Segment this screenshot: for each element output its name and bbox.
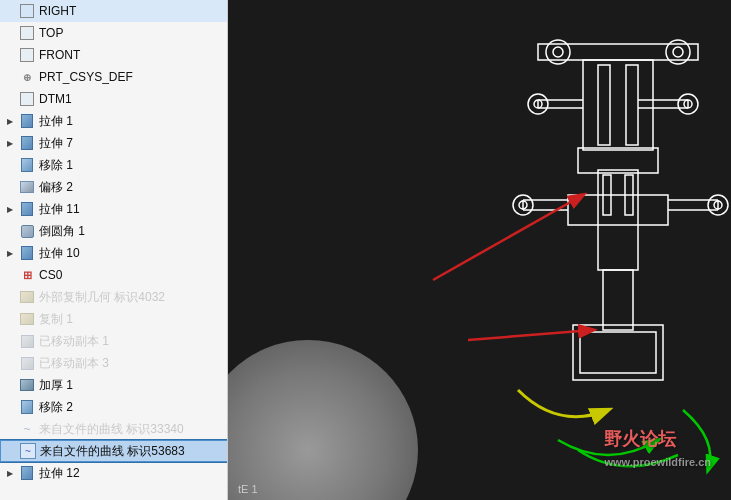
tree-label-stretch10: 拉伸 10: [39, 245, 228, 262]
svg-rect-35: [580, 332, 656, 373]
expand-arrow-stretch10[interactable]: ▶: [4, 247, 16, 259]
watermark-url: www.proewildfire.cn: [604, 455, 711, 470]
icon-moved-moved_copy1: [18, 332, 36, 350]
icon-copy-copy_geom4032: [18, 288, 36, 306]
tree-label-stretch12: 拉伸 12: [39, 465, 228, 482]
tree-label-stretch1: 拉伸 1: [39, 113, 228, 130]
model-tree-panel[interactable]: RIGHTTOPFRONT⊕PRT_CSYS_DEFDTM1▶拉伸 1▶拉伸 7…: [0, 0, 228, 500]
icon-remove-remove1: [18, 156, 36, 174]
expand-arrow-cs0[interactable]: [4, 269, 16, 281]
expand-arrow-thicken1[interactable]: [4, 379, 16, 391]
icon-plane-right: [18, 2, 36, 20]
svg-point-1: [553, 47, 563, 57]
svg-rect-4: [538, 44, 698, 60]
icon-stretch-stretch12: [18, 464, 36, 482]
tree-item-dtm1[interactable]: DTM1: [0, 88, 228, 110]
expand-arrow-right[interactable]: [4, 5, 16, 17]
svg-rect-33: [603, 270, 633, 330]
svg-line-40: [433, 195, 583, 280]
tree-label-remove1: 移除 1: [39, 157, 228, 174]
tree-item-copy1[interactable]: 复制 1: [0, 308, 228, 330]
tree-label-chamfer1: 倒圆角 1: [39, 223, 228, 240]
tree-label-remove2: 移除 2: [39, 399, 228, 416]
tree-label-stretch7: 拉伸 7: [39, 135, 228, 152]
expand-arrow-stretch12[interactable]: ▶: [4, 467, 16, 479]
tree-label-offset2: 偏移 2: [39, 179, 228, 196]
tree-label-copy1: 复制 1: [39, 311, 228, 328]
expand-arrow-copy1[interactable]: [4, 313, 16, 325]
tree-label-cs0: CS0: [39, 268, 228, 282]
icon-copy-copy1: [18, 310, 36, 328]
tree-item-stretch11[interactable]: ▶拉伸 11: [0, 198, 228, 220]
tree-item-moved_copy1[interactable]: 已移动副本 1: [0, 330, 228, 352]
svg-rect-6: [598, 65, 610, 145]
watermark: 野火论坛 www.proewildfire.cn: [604, 427, 711, 470]
expand-arrow-offset2[interactable]: [4, 181, 16, 193]
icon-plane-dtm1: [18, 90, 36, 108]
tree-item-curve53683[interactable]: ~来自文件的曲线 标识53683: [0, 440, 228, 462]
tree-item-stretch12[interactable]: ▶拉伸 12: [0, 462, 228, 484]
tree-label-curve33340: 来自文件的曲线 标识33340: [39, 421, 228, 438]
expand-arrow-chamfer1[interactable]: [4, 225, 16, 237]
expand-arrow-front[interactable]: [4, 49, 16, 61]
tree-item-stretch1[interactable]: ▶拉伸 1: [0, 110, 228, 132]
tree-label-top: TOP: [39, 26, 228, 40]
expand-arrow-top[interactable]: [4, 27, 16, 39]
tree-item-moved_copy3[interactable]: 已移动副本 3: [0, 352, 228, 374]
annotation-arrows: [433, 195, 593, 340]
tree-item-remove2[interactable]: 移除 2: [0, 396, 228, 418]
expand-arrow-remove2[interactable]: [4, 401, 16, 413]
tree-label-moved_copy3: 已移动副本 3: [39, 355, 228, 372]
icon-plane-top: [18, 24, 36, 42]
tree-item-front[interactable]: FRONT: [0, 44, 228, 66]
tree-label-prt_csys_def: PRT_CSYS_DEF: [39, 70, 228, 84]
icon-remove-remove2: [18, 398, 36, 416]
icon-chamfer-chamfer1: [18, 222, 36, 240]
expand-arrow-stretch11[interactable]: ▶: [4, 203, 16, 215]
expand-arrow-remove1[interactable]: [4, 159, 16, 171]
tree-label-moved_copy1: 已移动副本 1: [39, 333, 228, 350]
tree-label-stretch11: 拉伸 11: [39, 201, 228, 218]
tree-item-curve33340[interactable]: ~来自文件的曲线 标识33340: [0, 418, 228, 440]
icon-curve-sel-curve53683: ~: [19, 442, 37, 460]
expand-arrow-dtm1[interactable]: [4, 93, 16, 105]
tree-item-prt_csys_def[interactable]: ⊕PRT_CSYS_DEF: [0, 66, 228, 88]
svg-rect-22: [568, 195, 668, 225]
icon-moved-moved_copy3: [18, 354, 36, 372]
tree-label-copy_geom4032: 外部复制几何 标识4032: [39, 289, 228, 306]
tree-item-copy_geom4032[interactable]: 外部复制几何 标识4032: [0, 286, 228, 308]
expand-arrow-curve53683[interactable]: [5, 445, 17, 457]
expand-arrow-moved_copy1[interactable]: [4, 335, 16, 347]
expand-arrow-curve33340[interactable]: [4, 423, 16, 435]
icon-stretch-stretch10: [18, 244, 36, 262]
tree-item-remove1[interactable]: 移除 1: [0, 154, 228, 176]
tree-item-top[interactable]: TOP: [0, 22, 228, 44]
tree-item-chamfer1[interactable]: 倒圆角 1: [0, 220, 228, 242]
expand-arrow-prt_csys_def[interactable]: [4, 71, 16, 83]
tree-item-cs0[interactable]: ⊞CS0: [0, 264, 228, 286]
icon-plane-front: [18, 46, 36, 64]
expand-arrow-stretch7[interactable]: ▶: [4, 137, 16, 149]
tree-item-thicken1[interactable]: 加厚 1: [0, 374, 228, 396]
svg-rect-7: [626, 65, 638, 145]
icon-stretch-stretch1: [18, 112, 36, 130]
icon-cs-cs0: ⊞: [18, 266, 36, 284]
icon-stretch-stretch7: [18, 134, 36, 152]
tree-label-thicken1: 加厚 1: [39, 377, 228, 394]
expand-arrow-copy_geom4032[interactable]: [4, 291, 16, 303]
icon-csys-prt_csys_def: ⊕: [18, 68, 36, 86]
expand-arrow-stretch1[interactable]: ▶: [4, 115, 16, 127]
tree-label-curve53683: 来自文件的曲线 标识53683: [40, 443, 227, 460]
tree-item-right[interactable]: RIGHT: [0, 0, 228, 22]
expand-arrow-moved_copy3[interactable]: [4, 357, 16, 369]
svg-rect-19: [598, 170, 638, 270]
tree-label-right: RIGHT: [39, 4, 228, 18]
tree-label-front: FRONT: [39, 48, 228, 62]
tree-item-stretch10[interactable]: ▶拉伸 10: [0, 242, 228, 264]
tree-item-offset2[interactable]: 偏移 2: [0, 176, 228, 198]
icon-offset-offset2: [18, 178, 36, 196]
cad-viewport[interactable]: 野火论坛 www.proewildfire.cn tE 1: [228, 0, 731, 500]
tree-item-stretch7[interactable]: ▶拉伸 7: [0, 132, 228, 154]
bottom-status-label: tE 1: [238, 483, 258, 495]
svg-rect-5: [583, 60, 653, 150]
